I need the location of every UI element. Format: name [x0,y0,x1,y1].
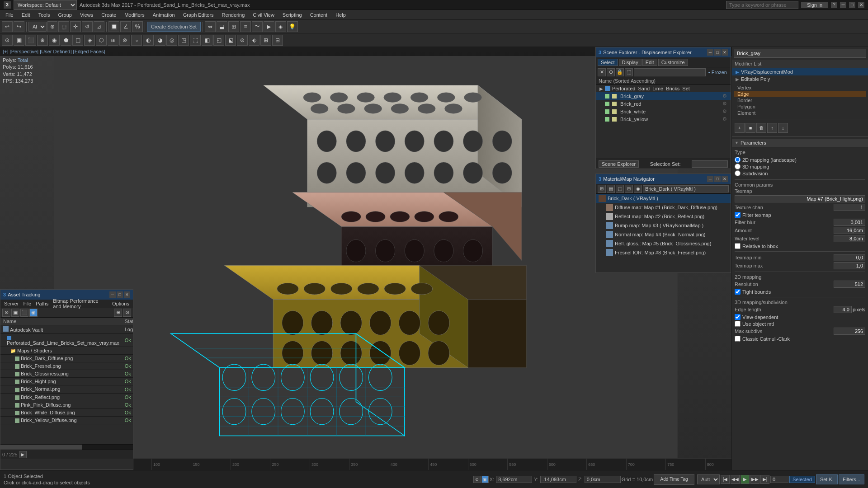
undo-button[interactable]: ↩ [2,21,13,32]
material-btn[interactable]: ◈ [275,21,286,32]
border-item[interactable]: Border [734,97,866,103]
tb2-btn14[interactable]: ◕ [155,35,165,46]
add-modifier-btn[interactable]: + [735,123,745,133]
tb2-btn10[interactable]: ≋ [108,35,118,46]
mat-item-4[interactable]: Normal map: Map #4 (Brick_Normal.png) [596,230,731,239]
mat-item-6[interactable]: Fresnel IOR: Map #8 (Brick_Fresnel.png) [596,248,731,257]
scene-item-brick-red[interactable]: Brick_red ⚙ [596,100,731,108]
element-item[interactable]: Element [734,110,866,116]
mat-nav-icon2[interactable]: ▤ [607,185,615,193]
menu-rendering[interactable]: Rendering [218,11,249,19]
asset-menu-file[interactable]: File [21,300,33,307]
tb2-btn18[interactable]: ◧ [202,35,212,46]
snap-btn[interactable]: 🔲 [108,21,119,32]
scene-filter-icon2[interactable]: ⊙ [607,68,615,76]
mod-square-btn[interactable]: ■ [745,123,755,133]
filter-dropdown[interactable]: All [28,22,47,32]
prev-frame-btn[interactable]: |◀ [721,475,730,484]
tb2-btn5[interactable]: ◉ [49,35,60,46]
tb2-btn19[interactable]: ◱ [213,35,224,46]
rotate-btn[interactable]: ↺ [82,21,93,32]
scene-item-brick-white[interactable]: Brick_white ⚙ [596,108,731,115]
move-btn[interactable]: ✛ [70,21,81,32]
x-input[interactable] [496,476,532,483]
mat-nav-icon4[interactable]: ⊟ [625,185,633,193]
tb2-btn20[interactable]: ⬕ [225,35,236,46]
layer-btn[interactable]: ≡ [240,21,251,32]
tb2-btn12[interactable]: ⬦ [131,35,142,46]
tb2-btn2[interactable]: ▣ [14,35,24,46]
asset-tracking-minimize[interactable]: ─ [109,291,116,298]
angle-snap-btn[interactable]: ∠ [120,21,131,32]
asset-tracking-close[interactable]: ✕ [124,291,130,298]
y-input[interactable] [540,476,576,483]
texmap-max-input[interactable] [834,262,865,269]
workspace-dropdown[interactable]: Workspace: Default [14,0,77,10]
resolution-input[interactable] [834,281,865,288]
menu-create[interactable]: Create [98,11,120,19]
scale-btn[interactable]: ⊿ [94,21,104,32]
tb2-btn9[interactable]: ⬡ [96,35,107,46]
asset-row-glossiness[interactable]: Brick_Glossiness.png Ok [0,370,133,378]
menu-scripting[interactable]: Scripting [279,11,306,19]
next-key-btn[interactable]: ▶▶ [750,475,760,484]
light-btn[interactable]: 💡 [287,21,298,32]
scene-customize-btn[interactable]: Customize [658,59,688,66]
create-selection-button[interactable]: Create Selection Set [147,22,201,32]
relative-bbox-check[interactable] [735,243,741,249]
tb2-btn8[interactable]: ◈ [84,35,95,46]
scene-item-brick-gray[interactable]: Brick_gray ⚙ [596,92,731,100]
mat-nav-minimize[interactable]: ─ [707,176,713,182]
modifier-editable-poly[interactable]: ▶ Editable Poly [732,75,868,83]
mat-item-3[interactable]: Bump map: Map #3 ( VRayNormalMap ) [596,221,731,230]
mat-name-input[interactable] [643,185,729,192]
play-btn[interactable]: ▶ [741,475,750,484]
scene-explorer-tab[interactable]: Scene Explorer [599,160,639,168]
selection-set-input[interactable] [692,160,728,168]
minimize-button[interactable]: ─ [840,2,846,8]
mat-nav-close[interactable]: ✕ [722,176,728,182]
menu-edit[interactable]: Edit [18,11,34,19]
menu-content[interactable]: Content [307,11,331,19]
mirror-btn[interactable]: ⇔ [205,21,216,32]
amount-input[interactable] [834,227,865,234]
menu-civil-view[interactable]: Civil View [249,11,278,19]
tb2-btn21[interactable]: ⊘ [237,35,248,46]
asset-row-yellow[interactable]: Brick_Yellow_Diffuse.png Ok [0,416,133,424]
coord-btn2[interactable]: ▣ [481,476,489,483]
menu-animation[interactable]: Animation [149,11,179,19]
asset-tb-btn4[interactable]: ◉ [29,309,38,317]
menu-file[interactable]: File [2,11,17,19]
polygon-item[interactable]: Polygon [734,103,866,110]
search-input[interactable] [726,1,798,9]
radio-subdiv[interactable] [735,170,741,176]
asset-menu-options[interactable]: Options [110,300,131,307]
parameters-header[interactable]: ▼ Parameters [732,139,868,147]
move-up-btn[interactable]: ↑ [767,123,777,133]
asset-row-white[interactable]: Brick_While_Diffuse.png Ok [0,408,133,416]
tb2-btn1[interactable]: ⊙ [2,35,13,46]
max-subdivs-input[interactable] [834,328,865,335]
mat-item-5[interactable]: Refl. gloss.: Map #5 (Brick_Glossiness.p… [596,239,731,248]
select-region-btn[interactable]: ⬚ [58,21,69,32]
scene-filter-icon4[interactable]: ⬚ [625,68,633,76]
vertex-item[interactable]: Vertex [734,84,866,91]
timeline-track[interactable]: 0 50 100 150 200 250 300 350 400 450 500… [72,459,731,470]
tb2-btn17[interactable]: ⬚ [190,35,201,46]
z-input[interactable] [585,476,621,483]
curve-btn[interactable]: 〜 [252,21,263,32]
use-obj-mtl-check[interactable] [735,321,741,327]
scene-display-btn[interactable]: Display [619,59,642,66]
mat-item-0[interactable]: Brick_Dark ( VRayMtl ) [596,194,731,203]
coord-btn1[interactable]: ⊙ [473,476,481,483]
scene-item-brick-yellow[interactable]: Brick_yellow ⚙ [596,115,731,123]
tb2-btn16[interactable]: ◳ [178,35,189,46]
scene-filter-input[interactable] [634,68,706,76]
next-frame-btn[interactable]: ▶| [760,475,769,484]
align-btn[interactable]: ⬓ [217,21,227,32]
tb2-btn23[interactable]: ⊞ [260,35,271,46]
edge-item[interactable]: Edge [734,91,866,97]
asset-tb-btn5[interactable]: ⊕ [114,309,122,317]
object-name-input[interactable] [734,49,866,58]
tb2-btn24[interactable]: ⊟ [272,35,283,46]
